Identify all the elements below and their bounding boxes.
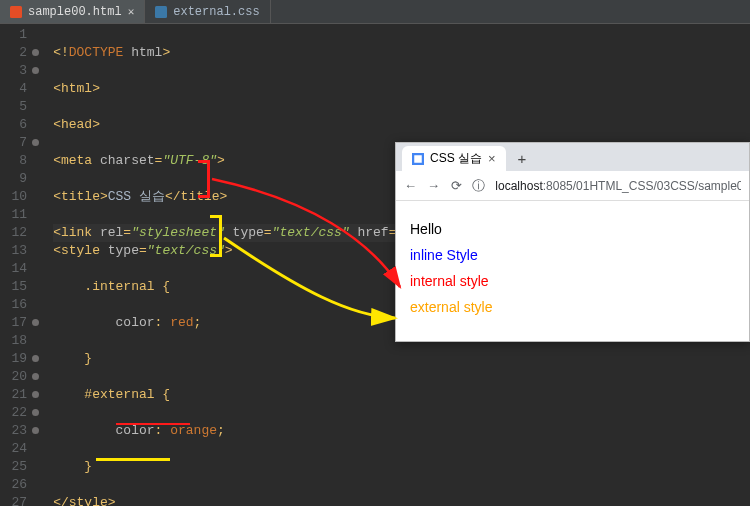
red-bracket-annotation xyxy=(198,160,210,198)
tab-label: sample00.html xyxy=(28,5,122,19)
rendered-inline: inline Style xyxy=(410,247,735,263)
close-icon[interactable]: ✕ xyxy=(128,5,135,18)
back-icon[interactable]: ← xyxy=(404,178,417,193)
new-tab-button[interactable]: + xyxy=(510,146,535,171)
css-file-icon xyxy=(155,6,167,18)
yellow-underline-external xyxy=(96,458,170,461)
browser-tab[interactable]: CSS 실습 × xyxy=(402,146,506,171)
close-icon[interactable]: × xyxy=(488,151,496,166)
editor-tab-bar: sample00.html ✕ external.css xyxy=(0,0,750,24)
browser-tabstrip: CSS 실습 × + xyxy=(396,143,749,171)
line-gutter: 1234567891011121314151617181920212223242… xyxy=(0,26,33,506)
browser-viewport: Hello inline Style internal style extern… xyxy=(396,201,749,335)
forward-icon[interactable]: → xyxy=(427,178,440,193)
red-underline-internal xyxy=(116,423,190,425)
reload-icon[interactable]: ⟳ xyxy=(450,178,462,193)
rendered-hello: Hello xyxy=(410,221,735,237)
address-bar[interactable]: localhost:8085/01HTML_CSS/03CSS/sample00… xyxy=(495,179,741,193)
tab-sample00[interactable]: sample00.html ✕ xyxy=(0,0,145,23)
site-info-icon[interactable]: ⓘ xyxy=(472,177,485,195)
html-file-icon xyxy=(10,6,22,18)
tab-external-css[interactable]: external.css xyxy=(145,0,270,23)
yellow-bracket-annotation xyxy=(210,215,222,257)
svg-rect-0 xyxy=(10,6,22,18)
browser-preview: CSS 실습 × + ← → ⟳ ⓘ localhost:8085/01HTML… xyxy=(395,142,750,342)
svg-rect-3 xyxy=(414,155,422,163)
rendered-external: external style xyxy=(410,299,735,315)
svg-rect-1 xyxy=(155,6,167,18)
rendered-internal: internal style xyxy=(410,273,735,289)
tab-label: external.css xyxy=(173,5,259,19)
browser-tab-title: CSS 실습 xyxy=(430,150,482,167)
favicon-icon xyxy=(412,153,424,165)
browser-toolbar: ← → ⟳ ⓘ localhost:8085/01HTML_CSS/03CSS/… xyxy=(396,171,749,201)
